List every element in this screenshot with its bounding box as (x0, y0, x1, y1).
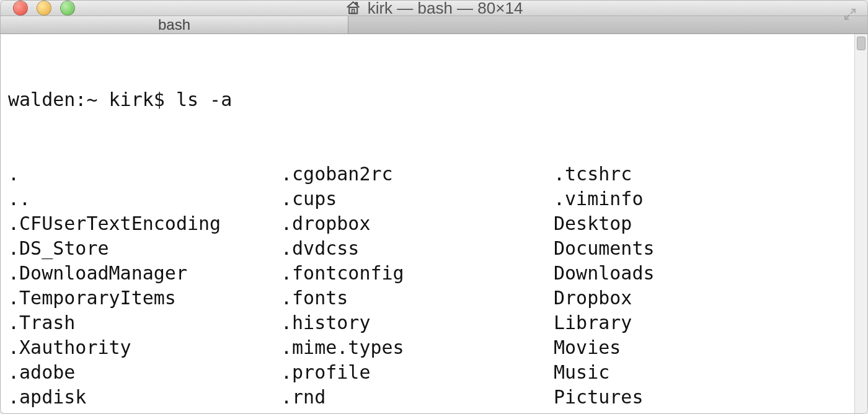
ls-column-2: .tcshrc .viminfo Desktop Documents Downl… (554, 162, 655, 414)
home-icon (345, 0, 361, 16)
tab-label: bash (158, 16, 190, 33)
window-title-group: kirk — bash — 80×14 (345, 0, 523, 18)
scrollbar[interactable] (854, 34, 867, 414)
prompt-line-1: walden:~ kirk$ ls -a (8, 87, 848, 112)
terminal-output[interactable]: walden:~ kirk$ ls -a . .. .CFUserTextEnc… (1, 34, 854, 414)
scroll-thumb[interactable] (857, 37, 866, 50)
command-text: ls -a (176, 89, 232, 110)
window-title: kirk — bash — 80×14 (368, 0, 523, 18)
ls-column-1: .cgoban2rc .cups .dropbox .dvdcss .fontc… (281, 162, 554, 414)
terminal-body-wrap: walden:~ kirk$ ls -a . .. .CFUserTextEnc… (1, 34, 867, 414)
ls-output: . .. .CFUserTextEncoding .DS_Store .Down… (8, 162, 848, 414)
close-button[interactable] (13, 1, 28, 15)
zoom-button[interactable] (60, 1, 75, 15)
minimize-button[interactable] (37, 1, 51, 15)
tab-bar: bash (1, 16, 867, 34)
prompt-text: walden:~ kirk$ (8, 89, 176, 110)
terminal-window: kirk — bash — 80×14 bash walden:~ kirk$ … (0, 0, 868, 414)
fullscreen-icon[interactable] (843, 7, 857, 24)
tab-bash[interactable]: bash (1, 16, 348, 33)
ls-column-0: . .. .CFUserTextEncoding .DS_Store .Down… (8, 162, 281, 414)
titlebar: kirk — bash — 80×14 (1, 1, 867, 16)
traffic-lights (13, 1, 75, 15)
